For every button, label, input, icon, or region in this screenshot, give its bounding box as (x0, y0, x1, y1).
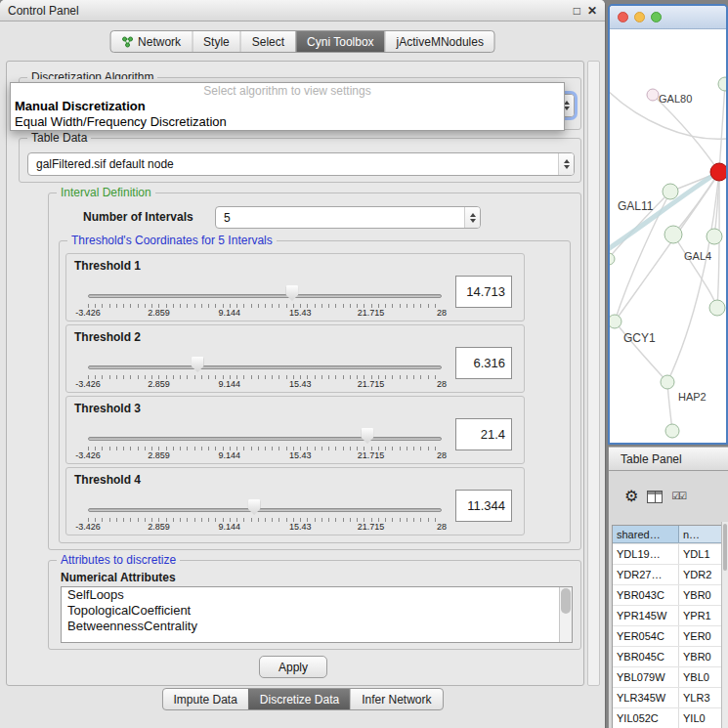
tick-label: 9.144 (219, 522, 241, 532)
network-node[interactable] (610, 315, 621, 328)
selected-node[interactable] (710, 163, 726, 181)
close-window-button[interactable]: ✕ (587, 5, 597, 17)
tick-label: 2.859 (148, 450, 170, 460)
tick-label: 28 (437, 308, 447, 318)
list-item[interactable]: BetweennessCentrality (62, 619, 572, 634)
table-cell[interactable]: YDL19… (613, 544, 679, 564)
list-scrollbar[interactable] (559, 587, 572, 642)
tab-discretize-data[interactable]: Discretize Data (248, 689, 350, 709)
table-cell[interactable]: YDR27… (613, 565, 679, 584)
slider-track[interactable] (88, 365, 442, 369)
float-window-button[interactable]: □ (574, 5, 580, 17)
tab-jactivemnodules[interactable]: jActiveMNodules (385, 31, 494, 52)
tab-network[interactable]: Network (110, 31, 192, 52)
tab-impute-data[interactable]: Impute Data (162, 689, 247, 709)
attributes-group-label: Attributes to discretize (57, 553, 180, 567)
dropdown-item-manual-discretization[interactable]: Manual Discretization (11, 99, 564, 114)
tick-label: -3.426 (75, 308, 101, 318)
tab-style[interactable]: Style (192, 31, 240, 52)
threshold-3-value-field[interactable]: 21.4 (455, 418, 512, 450)
network-window-titlebar[interactable] (610, 6, 726, 29)
network-node[interactable] (647, 89, 659, 101)
tab-label: Discretize Data (260, 693, 339, 707)
table-cell[interactable]: YDR2 (679, 565, 724, 584)
table-cell[interactable]: YER054C (613, 626, 679, 646)
table-scrollbar-thumb[interactable] (723, 524, 727, 571)
table-data-select-text: galFiltered.sif default node (28, 157, 558, 171)
attributes-group: Attributes to discretize Numerical Attri… (48, 560, 581, 650)
table-row: YBR043CYBR0 (613, 584, 724, 605)
zoom-traffic-light[interactable] (651, 12, 662, 22)
column-header-name[interactable]: n… (679, 526, 724, 542)
slider-track[interactable] (88, 437, 442, 441)
table-scrollbar[interactable] (721, 522, 728, 728)
tick-label: 2.859 (148, 522, 170, 532)
table-cell[interactable]: YLR3 (679, 688, 724, 707)
table-cell[interactable]: YBR0 (679, 647, 724, 666)
tick-label: 9.144 (219, 308, 241, 318)
control-panel-titlebar[interactable]: Control Panel □ ✕ (0, 0, 605, 21)
gear-icon[interactable]: ⚙ (624, 489, 638, 504)
table-panel-titlebar[interactable]: Table Panel (609, 447, 728, 471)
threshold-3-panel: Threshold 3 21.4 -3.426 2.859 9.144 15.4… (65, 396, 525, 464)
table-data-group-label: Table Data (27, 131, 91, 145)
network-node[interactable] (709, 300, 725, 316)
list-item[interactable]: TopologicalCoefficient (62, 603, 572, 619)
slider-thumb[interactable] (248, 499, 261, 515)
network-node[interactable] (610, 253, 615, 265)
columns-icon[interactable] (647, 491, 663, 503)
column-header-shared-name[interactable]: shared… (613, 526, 679, 542)
tick-label: 28 (437, 522, 447, 532)
network-node[interactable] (663, 184, 678, 199)
slider-track[interactable] (88, 294, 442, 298)
tab-infer-network[interactable]: Infer Network (350, 689, 442, 709)
list-scrollbar-thumb[interactable] (561, 588, 571, 614)
table-cell[interactable]: YPR1 (679, 606, 724, 625)
panel-scrollbar[interactable] (587, 61, 600, 686)
threshold-2-panel: Threshold 2 6.316 -3.426 2.859 9.144 15.… (65, 324, 525, 393)
select-all-checkboxes-icon[interactable]: ☑☑ (671, 492, 685, 501)
network-node[interactable] (665, 424, 679, 438)
combo-arrows-icon (464, 207, 480, 228)
threshold-2-slider: -3.426 2.859 9.144 15.43 21.715 28 (88, 325, 442, 394)
table-row: YIL052CYIL0 (613, 707, 724, 728)
slider-thumb[interactable] (192, 357, 204, 372)
slider-thumb[interactable] (285, 285, 298, 301)
network-canvas[interactable]: GAL80 GAL11 GAL4 GCY1 HAP2 (610, 29, 726, 443)
table-cell[interactable]: YPR145W (613, 606, 679, 625)
dropdown-item-equal-width-frequency[interactable]: Equal Width/Frequency Discretization (11, 114, 564, 130)
network-node[interactable] (661, 375, 674, 389)
minimize-traffic-light[interactable] (634, 12, 645, 22)
table-data-select[interactable]: galFiltered.sif default node (27, 152, 575, 176)
table-cell[interactable]: YBR0 (679, 585, 724, 605)
close-traffic-light[interactable] (618, 12, 628, 22)
threshold-2-value-field[interactable]: 6.316 (455, 347, 512, 379)
threshold-4-value-field[interactable]: 11.344 (455, 490, 512, 522)
network-node[interactable] (718, 77, 726, 91)
apply-button[interactable]: Apply (259, 656, 327, 678)
table-row: YBR045CYBR0 (613, 646, 724, 666)
table-cell[interactable]: YER0 (679, 626, 724, 646)
slider-track[interactable] (88, 508, 442, 512)
table-cell[interactable]: YDL1 (679, 544, 724, 564)
tick-label: -3.426 (75, 450, 101, 460)
list-item[interactable]: SelfLoops (62, 587, 572, 603)
cyni-toolbox-panel: Discretization Algorithm Table Data galF… (6, 61, 584, 686)
table-cell[interactable]: YBR043C (613, 585, 679, 605)
threshold-1-panel: Threshold 1 14.713 -3.426 2.859 9.144 15… (65, 253, 525, 321)
table-cell[interactable]: YBL0 (679, 667, 724, 687)
tab-select[interactable]: Select (240, 31, 295, 52)
network-node[interactable] (707, 229, 722, 244)
tab-cyni-toolbox[interactable]: Cyni Toolbox (295, 31, 384, 52)
table-cell[interactable]: YBL079W (613, 667, 679, 687)
network-node[interactable] (664, 226, 682, 243)
number-of-intervals-select[interactable]: 5 (215, 206, 481, 229)
threshold-1-value-field[interactable]: 14.713 (455, 276, 512, 308)
table-cell[interactable]: YIL0 (679, 708, 724, 728)
table-data-group: Table Data galFiltered.sif default node (19, 138, 581, 183)
table-cell[interactable]: YIL052C (613, 708, 679, 728)
table-toolbar: ⚙ ☑☑ (609, 483, 728, 510)
table-cell[interactable]: YBR045C (613, 647, 679, 666)
table-cell[interactable]: YLR345W (613, 688, 679, 707)
slider-thumb[interactable] (361, 428, 373, 444)
